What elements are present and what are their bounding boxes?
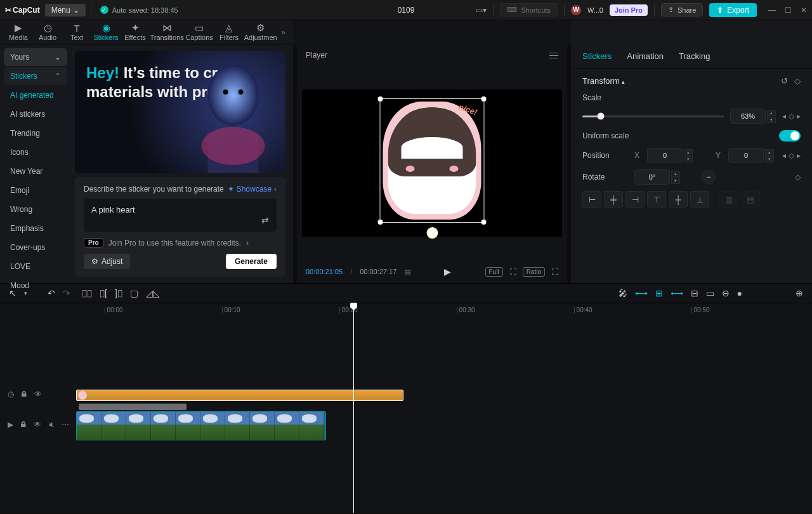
align-bottom[interactable]: ⊥	[690, 191, 709, 208]
pro-notice[interactable]: Pro Join Pro to use this feature with cr…	[84, 238, 277, 247]
ai-generated-item[interactable]: AI generated	[4, 86, 67, 104]
sticker-clip[interactable]	[76, 390, 403, 401]
share-button[interactable]: ⇪ Share	[661, 3, 703, 16]
tab-tracking[interactable]: Tracking	[679, 51, 710, 61]
shuffle-icon[interactable]: ⇄	[261, 215, 269, 225]
scale-value[interactable]: 63%	[730, 109, 766, 124]
close-icon[interactable]: ✕	[801, 6, 807, 15]
trim-right-button[interactable]: ]⌷	[115, 288, 122, 298]
resize-handle-bl[interactable]	[378, 220, 383, 225]
join-pro-button[interactable]: Join Pro	[610, 4, 648, 16]
cat-emphasis[interactable]: Emphasis	[4, 220, 67, 237]
playhead[interactable]	[353, 303, 354, 513]
mirror-button[interactable]: ◿◺	[146, 288, 160, 298]
tab-adjustment[interactable]: ⚙Adjustmen	[244, 21, 277, 43]
cat-trending[interactable]: Trending	[4, 124, 67, 142]
pointer-tool[interactable]: ↖	[9, 288, 16, 298]
uniform-scale-toggle[interactable]	[779, 130, 801, 142]
fullscreen-icon[interactable]: ⛶	[551, 268, 558, 275]
shortcuts-button[interactable]: ⌨ Shortcuts	[500, 3, 557, 16]
player-menu-icon[interactable]	[549, 53, 558, 58]
snap-button-2[interactable]: ⊞	[655, 288, 663, 298]
cat-new-year[interactable]: New Year	[4, 162, 67, 180]
project-name[interactable]: 0109	[398, 6, 415, 15]
y-stepper[interactable]: ▴▾	[765, 149, 774, 162]
resize-handle-br[interactable]	[481, 220, 487, 225]
preview-icon[interactable]: ▭	[706, 288, 714, 298]
crop-icon[interactable]: ⛶	[509, 268, 516, 275]
timeline-ruler[interactable]: 00:00 00:10 00:20 00:30 00:40 00:50	[0, 303, 812, 316]
keyframe-icon[interactable]: ◇	[789, 151, 794, 160]
align-right[interactable]: ⊣	[625, 191, 645, 208]
keyframe-icon[interactable]: ◇	[789, 112, 794, 121]
tab-stickers[interactable]: Stickers	[582, 51, 612, 61]
keyframe-icon[interactable]: ◇	[794, 76, 801, 86]
tab-transitions[interactable]: ⋈Transitions	[150, 21, 184, 43]
delete-button[interactable]: ▢	[130, 288, 138, 298]
full-button[interactable]: Full	[485, 267, 503, 277]
x-value[interactable]: 0	[647, 148, 683, 163]
tab-captions[interactable]: ▭Captions	[184, 21, 214, 43]
split-button[interactable]: ⌷⌷	[82, 288, 92, 298]
mic-icon[interactable]: 🎤︎	[619, 288, 627, 298]
reset-icon[interactable]: ↺	[781, 76, 788, 86]
keyframe-next-icon[interactable]: ▸	[797, 151, 801, 160]
zoom-slider[interactable]: ●	[737, 288, 742, 298]
scale-slider[interactable]	[582, 115, 724, 117]
flip-button[interactable]: −	[702, 170, 716, 184]
align-center-v[interactable]: ┼	[669, 191, 688, 208]
pointer-menu-icon[interactable]: ▾	[24, 290, 27, 296]
keyframe-next-icon[interactable]: ▸	[797, 112, 801, 121]
tab-media[interactable]: ▶Media	[4, 21, 33, 43]
undo-button[interactable]: ↶	[48, 288, 55, 298]
resize-handle-tl[interactable]	[378, 96, 383, 102]
zoom-out-icon[interactable]: ⊖	[722, 288, 730, 298]
cat-coverups[interactable]: Cover-ups	[4, 239, 67, 256]
tab-filters[interactable]: ◬Filters	[214, 21, 244, 43]
ratio-button[interactable]: Ratio	[523, 267, 545, 277]
keyframe-prev-icon[interactable]: ◂	[782, 151, 786, 160]
avatar[interactable]: W	[571, 5, 581, 15]
prompt-input[interactable]: A pink heart ⇄	[84, 199, 277, 232]
keyframe-prev-icon[interactable]: ◂	[782, 112, 786, 121]
align-left[interactable]: ⊢	[582, 191, 601, 208]
maximize-icon[interactable]: ☐	[785, 6, 792, 15]
sticker-selection[interactable]: nice!	[380, 98, 485, 223]
tab-animation[interactable]: Animation	[627, 51, 664, 61]
snap-button-3[interactable]: ⟷	[671, 288, 683, 298]
title-clip[interactable]	[79, 404, 187, 410]
minimize-icon[interactable]: —	[768, 6, 776, 15]
cat-wrong[interactable]: Wrong	[4, 201, 67, 218]
snap-button-1[interactable]: ⟷	[635, 288, 648, 298]
timeline[interactable]: ◷🔒︎👁 ▶🔒︎👁🔇︎⋯ ✎Cover	[0, 316, 812, 513]
player-canvas[interactable]: nice!	[302, 89, 562, 237]
link-icon[interactable]: ⊟	[691, 288, 698, 298]
rotate-value[interactable]: 0°	[634, 169, 670, 185]
more-tabs-icon[interactable]: »	[277, 28, 289, 37]
export-button[interactable]: ⬆ Export	[709, 3, 757, 17]
showcase-link[interactable]: ✦ Showcase ›	[228, 185, 277, 194]
rotate-stepper[interactable]: ▴▾	[671, 171, 680, 184]
rotate-handle[interactable]	[426, 227, 438, 239]
align-top[interactable]: ⊤	[647, 191, 666, 208]
trim-left-button[interactable]: ⌷[	[100, 288, 107, 298]
tab-stickers[interactable]: ◉Stickers	[91, 21, 121, 43]
x-stepper[interactable]: ▴▾	[684, 149, 693, 162]
tab-effects[interactable]: ✦Effects	[121, 21, 150, 43]
cat-ai-stickers[interactable]: AI stickers	[4, 105, 67, 123]
play-button[interactable]: ▶	[444, 267, 451, 277]
generate-button[interactable]: Generate	[226, 254, 277, 269]
stickers-category[interactable]: Stickers⌃	[4, 67, 67, 85]
cat-love[interactable]: LOVE	[4, 258, 67, 275]
y-value[interactable]: 0	[728, 148, 764, 163]
tab-audio[interactable]: ◷Audio	[33, 21, 62, 43]
align-center-h[interactable]: ╪	[604, 191, 623, 208]
resize-handle-tr[interactable]	[481, 96, 487, 102]
cat-emoji[interactable]: Emoji	[4, 181, 67, 199]
scale-stepper[interactable]: ▴▾	[767, 110, 776, 123]
aspect-menu-icon[interactable]: ▭▾	[476, 6, 487, 15]
menu-button[interactable]: Menu ⌄	[45, 4, 86, 16]
redo-button[interactable]: ↷	[63, 288, 70, 298]
compare-icon[interactable]: ▤	[404, 268, 410, 276]
player-stage[interactable]: nice!	[297, 66, 567, 260]
